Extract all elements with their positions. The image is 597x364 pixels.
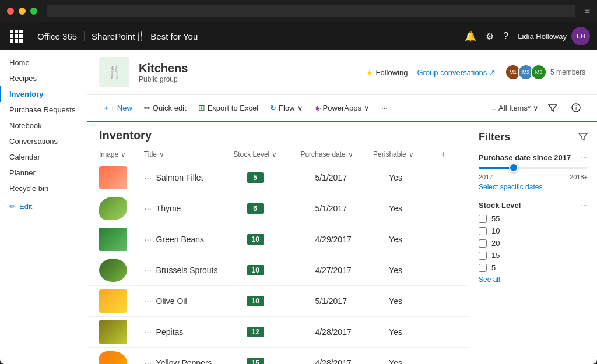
sharepoint-name[interactable]: SharePoint [92, 31, 135, 41]
row-more-button[interactable]: ··· [145, 235, 152, 244]
row-more-button[interactable]: ··· [145, 173, 152, 182]
sidebar-label-calendar: Calendar [9, 153, 40, 161]
sidebar-label-recycle-bin: Recycle bin [9, 184, 48, 193]
flow-label: Flow [279, 104, 294, 112]
view-icon: ≡ [492, 104, 497, 112]
svg-text:i: i [575, 105, 577, 111]
food-image-2 [99, 197, 127, 220]
traffic-light-maximize[interactable] [30, 8, 37, 15]
filter-slider[interactable] [479, 167, 588, 169]
flow-button[interactable]: ↻ Flow ∨ [265, 101, 307, 115]
new-button[interactable]: + + New [99, 101, 137, 115]
col-header-purchase[interactable]: Purchase date ∨ [300, 150, 373, 158]
site-title: 🍴 Best for You [135, 31, 198, 41]
col-purchase-sort-icon: ∨ [348, 150, 353, 158]
stock-badge: 10 [247, 296, 264, 306]
sidebar-label-home: Home [9, 58, 30, 67]
sidebar-edit-button[interactable]: ✏ Edit [0, 199, 87, 214]
toolbar: + + New ✏ Quick edit ⊞ Export to Excel ↻… [87, 95, 597, 122]
col-add-button[interactable]: + [440, 149, 457, 160]
export-excel-button[interactable]: ⊞ Export to Excel [194, 101, 263, 115]
cell-title: Pepitas [156, 327, 247, 337]
sidebar-item-calendar[interactable]: Calendar [0, 149, 87, 165]
stock-checkbox-20[interactable] [479, 239, 487, 248]
list-row: ··· Brussels Sprouts 10 4/27/2017 Yes [87, 255, 469, 286]
filter-button[interactable] [543, 98, 562, 117]
sidebar-item-notebook[interactable]: Notebook [0, 118, 87, 133]
cell-stock: 5 [247, 172, 315, 183]
list-main: Inventory Image ∨ Title ∨ Stock Level ∨ [87, 122, 469, 364]
filter-purchase-date-title: Purchase date since 2017 [479, 153, 571, 162]
cell-purchase-date: 4/27/2017 [315, 266, 389, 275]
app-name[interactable]: Office 365 [30, 31, 85, 41]
row-more-button[interactable]: ··· [145, 296, 152, 306]
row-more-button[interactable]: ··· [145, 358, 152, 364]
filter-stock-level-header: Stock Level ··· [479, 200, 588, 210]
filter-slider-thumb[interactable] [509, 163, 518, 172]
more-button[interactable]: ··· [377, 101, 392, 115]
gear-icon[interactable]: ⚙ [486, 31, 494, 42]
stock-checkbox-5[interactable] [479, 264, 487, 272]
select-specific-dates-link[interactable]: Select specific dates [479, 183, 588, 191]
powerapps-chevron-icon: ∨ [364, 104, 370, 112]
group-conversations-link[interactable]: Group conversations ↗ [417, 68, 496, 77]
help-icon[interactable]: ? [503, 31, 508, 41]
row-more-button[interactable]: ··· [145, 266, 152, 275]
col-header-stock[interactable]: Stock Level ∨ [233, 150, 300, 158]
sidebar-item-recycle-bin[interactable]: Recycle bin [0, 181, 87, 196]
stock-checkbox-55[interactable] [479, 215, 487, 223]
sidebar-item-conversations[interactable]: Conversations [0, 133, 87, 149]
all-items-button[interactable]: ≡ All Items* ∨ [492, 104, 539, 112]
member-avatar-3: M3 [531, 64, 547, 80]
stock-checkbox-item: 5 [479, 263, 588, 272]
waffle-grid [10, 30, 23, 43]
powerapps-button[interactable]: ◈ PowerApps ∨ [310, 101, 374, 115]
powerapps-icon: ◈ [315, 104, 321, 112]
filter-see-all-link[interactable]: See all [479, 275, 588, 284]
bell-icon[interactable]: 🔔 [465, 31, 476, 42]
stock-checkbox-10[interactable] [479, 227, 487, 235]
col-header-perishable[interactable]: Perishable ∨ [373, 150, 440, 158]
row-more-button[interactable]: ··· [145, 327, 152, 337]
cell-purchase-date: 4/29/2017 [315, 235, 389, 244]
stock-option-label: 15 [491, 251, 500, 260]
list-header: Image ∨ Title ∨ Stock Level ∨ Purchase d… [87, 147, 469, 162]
col-purchase-label: Purchase date [300, 150, 345, 158]
sidebar-item-recipes[interactable]: Recipes [0, 70, 87, 86]
traffic-light-close[interactable] [7, 8, 14, 15]
window-menu-icon[interactable]: ≡ [585, 6, 590, 16]
col-header-title[interactable]: Title ∨ [144, 150, 234, 158]
filter-stock-more[interactable]: ··· [581, 200, 588, 210]
filter-purchase-date-header: Purchase date since 2017 ··· [479, 153, 588, 162]
sidebar-item-home[interactable]: Home [0, 55, 87, 70]
sidebar-label-conversations: Conversations [9, 137, 58, 146]
stock-checkbox-15[interactable] [479, 252, 487, 260]
filter-range-labels: 2017 2018+ [479, 174, 588, 181]
info-icon: i [571, 103, 581, 112]
more-label: ··· [381, 104, 388, 112]
following-button[interactable]: ★ Following [366, 68, 408, 77]
stock-badge: 15 [247, 358, 264, 364]
group-actions: ★ Following Group conversations ↗ M1 M2 … [366, 64, 585, 80]
cell-stock: 10 [247, 265, 315, 275]
info-button[interactable]: i [567, 98, 585, 117]
sidebar-item-inventory[interactable]: Inventory [0, 86, 87, 102]
col-title-sort-icon: ∨ [159, 150, 164, 158]
user-section[interactable]: Lidia Holloway LH [518, 27, 590, 45]
row-more-button[interactable]: ··· [145, 204, 152, 213]
waffle-button[interactable] [7, 27, 26, 45]
filter-purchase-date-more[interactable]: ··· [581, 153, 588, 162]
list-row: ··· Olive Oil 10 5/1/2017 Yes [87, 286, 469, 317]
sidebar-item-purchase-requests[interactable]: Purchase Requests [0, 102, 87, 118]
user-name: Lidia Holloway [518, 32, 567, 41]
fork-knife-icon: 🍴 [135, 31, 146, 41]
cell-stock: 15 [247, 358, 315, 364]
sidebar-label-purchase-requests: Purchase Requests [9, 105, 75, 114]
sidebar-item-planner[interactable]: Planner [0, 165, 87, 181]
traffic-light-minimize[interactable] [19, 8, 26, 15]
quick-edit-button[interactable]: ✏ Quick edit [139, 101, 191, 115]
col-header-image[interactable]: Image ∨ [99, 150, 144, 158]
filter-title-text: Filters [479, 131, 510, 143]
address-bar[interactable] [47, 5, 575, 17]
list-area: Inventory Image ∨ Title ∨ Stock Level ∨ [87, 122, 597, 364]
